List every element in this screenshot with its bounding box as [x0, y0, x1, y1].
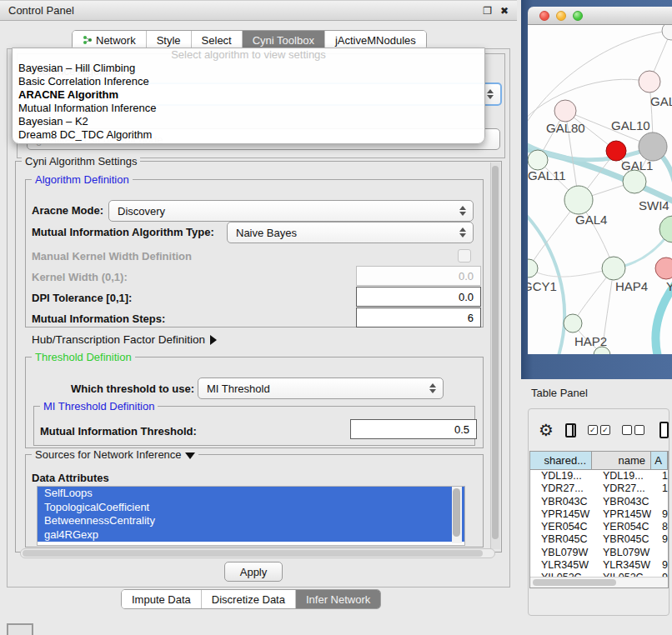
gear-icon[interactable]: ⚙	[539, 422, 554, 438]
which-threshold-label: Which threshold to use:	[71, 382, 194, 395]
export-table-icon[interactable]	[659, 422, 669, 438]
apply-button[interactable]: Apply	[224, 562, 283, 582]
collapsed-arrow-icon	[210, 335, 217, 345]
tab-network-label: Network	[96, 34, 136, 47]
node-table: shared... name A YDL19...YDL19...13 YDR2…	[529, 451, 669, 588]
aracne-mode-combo[interactable]: Discovery	[108, 200, 474, 222]
settings-hscrollbar[interactable]	[20, 548, 495, 558]
hub-definition-toggle[interactable]: Hub/Transcription Factor Definition	[32, 333, 217, 346]
tab-network[interactable]: Network	[73, 31, 147, 49]
tab-infer-network[interactable]: Infer Network	[296, 590, 380, 608]
node-top-partial[interactable]	[662, 25, 672, 40]
bottom-tabs: Impute Data Discretize Data Infer Networ…	[121, 589, 381, 609]
node-hap2[interactable]	[564, 314, 582, 332]
sources-title-label: Sources for Network Inference	[35, 448, 182, 461]
list-item-topologicalcoefficient[interactable]: TopologicalCoefficient	[38, 501, 464, 515]
tab-style[interactable]: Style	[147, 31, 192, 49]
close-icon[interactable]: ✖	[500, 5, 509, 17]
tab-jactivemnodules[interactable]: jActiveMNodules	[325, 31, 426, 49]
manual-kernel-width-checkbox[interactable]	[458, 249, 471, 262]
table-row[interactable]: YPR145WYPR145W9.	[530, 508, 668, 521]
node-gcy1[interactable]	[528, 259, 538, 278]
column-header-name[interactable]: name	[592, 452, 651, 469]
sources-group-title[interactable]: Sources for Network Inference	[32, 448, 198, 461]
combo-stepper-icon	[426, 383, 439, 393]
popup-item-dream8[interactable]: Dream8 DC_TDC Algorithm	[13, 128, 484, 142]
float-icon[interactable]: ❐	[483, 5, 492, 17]
table-toolbar: ⚙ ✓✓	[529, 409, 669, 451]
popup-item-mutual-information[interactable]: Mutual Information Inference	[13, 102, 484, 115]
table-row[interactable]: YBL079WYBL079W	[530, 547, 668, 559]
tab-jactivemnodules-label: jActiveMNodules	[335, 34, 416, 47]
data-attributes-list[interactable]: SelfLoops TopologicalCoefficient Between…	[37, 486, 465, 546]
node-pink-top[interactable]	[639, 71, 660, 92]
column-view-icon[interactable]	[565, 423, 576, 438]
mi-threshold-field[interactable]: 0.5	[350, 419, 477, 439]
column-header-partial[interactable]: A	[651, 452, 668, 469]
node-gal10[interactable]	[639, 132, 667, 161]
which-threshold-value: MI Threshold	[198, 382, 426, 395]
tab-style-label: Style	[157, 34, 181, 47]
dpi-tolerance-label: DPI Tolerance [0,1]:	[32, 292, 132, 304]
settings-scrollbar-thumb[interactable]	[492, 166, 499, 539]
node-label: HAP2	[574, 334, 607, 348]
table-row[interactable]: YDL19...YDL19...13	[530, 470, 668, 482]
node-gal11[interactable]	[528, 150, 548, 170]
table-row[interactable]: YBR045CYBR045C9.	[530, 533, 668, 546]
list-item-gal4rgexp[interactable]: gal4RGexp	[38, 528, 464, 542]
list-item-betweennesscentrality[interactable]: BetweennessCentrality	[38, 514, 464, 528]
mi-steps-field[interactable]: 6	[356, 308, 481, 328]
table-header-row: shared... name A	[530, 452, 668, 470]
tab-discretize-data-label: Discretize Data	[212, 593, 285, 606]
popup-item-bayesian-hill[interactable]: Bayesian – Hill Climbing	[13, 62, 484, 75]
collapsed-panel-button[interactable]	[7, 623, 33, 635]
list-item-selfloops[interactable]: SelfLoops	[38, 487, 464, 501]
table-row[interactable]: YBR043CYBR043C	[530, 496, 668, 508]
table-hscrollbar[interactable]	[530, 577, 668, 588]
node-swi4[interactable]	[659, 216, 672, 242]
node-gal1[interactable]	[623, 170, 646, 193]
node-pink-right[interactable]	[655, 258, 672, 279]
tab-cyni-toolbox-label: Cyni Toolbox	[253, 34, 314, 47]
combo-stepper-icon	[484, 89, 497, 99]
dpi-tolerance-field[interactable]: 0.0	[356, 287, 481, 307]
select-all-icon[interactable]: ✓✓	[588, 425, 610, 435]
close-window-icon[interactable]	[539, 11, 549, 21]
node-gal4[interactable]	[564, 186, 593, 214]
table-rows: YDL19...YDL19...13 YDR27...YDR27...12 YB…	[530, 470, 668, 579]
table-row[interactable]: YLR345WYLR345W9.	[530, 559, 668, 572]
attribute-list-scrollbar-thumb[interactable]	[453, 488, 460, 537]
zoom-window-icon[interactable]	[573, 11, 583, 21]
table-hscrollbar-thumb[interactable]	[533, 579, 616, 586]
tab-impute-data[interactable]: Impute Data	[122, 590, 202, 608]
mi-steps-label: Mutual Information Steps:	[32, 312, 165, 325]
node-label: Y	[666, 279, 672, 293]
settings-hscrollbar-thumb[interactable]	[23, 550, 483, 557]
node-label: GAL11	[528, 168, 566, 182]
network-window-titlebar[interactable]	[528, 7, 672, 25]
minimize-window-icon[interactable]	[556, 11, 566, 21]
kernel-width-field[interactable]: 0.0	[356, 266, 481, 286]
popup-item-bayesian-k2[interactable]: Bayesian – K2	[13, 115, 484, 128]
table-panel-title: Table Panel	[531, 387, 588, 399]
mi-threshold-definition-title: MI Threshold Definition	[40, 400, 158, 412]
table-row[interactable]: YDR27...YDR27...12	[530, 482, 668, 495]
screen: Control Panel ❐ ✖ Network Style Select C…	[0, 0, 672, 635]
popup-item-basic-correlation[interactable]: Basic Correlation Inference	[13, 75, 484, 88]
mi-algorithm-type-combo[interactable]: Naive Bayes	[227, 222, 474, 243]
attribute-list-scrollbar[interactable]	[452, 487, 462, 543]
tab-discretize-data[interactable]: Discretize Data	[202, 590, 296, 608]
which-threshold-combo[interactable]: MI Threshold	[198, 378, 444, 399]
node-hap4[interactable]	[602, 257, 625, 280]
node-gal80[interactable]	[554, 100, 576, 122]
popup-item-aracne[interactable]: ARACNE Algorithm	[13, 88, 484, 102]
node-label: GAL4	[575, 212, 607, 227]
tab-cyni-toolbox[interactable]: Cyni Toolbox	[243, 31, 325, 49]
kernel-width-label: Kernel Width (0,1):	[32, 271, 128, 283]
deselect-all-icon[interactable]	[622, 425, 644, 435]
settings-scrollbar-track[interactable]	[490, 162, 500, 549]
network-view-canvas[interactable]: GAL GAL80 GAL10 GAL11 GAL1 GAL4 SWI4 GCY…	[528, 25, 672, 354]
table-row[interactable]: YER054CYER054C8.	[530, 521, 668, 533]
tab-select[interactable]: Select	[192, 31, 243, 49]
column-header-shared-name[interactable]: shared...	[530, 452, 592, 469]
